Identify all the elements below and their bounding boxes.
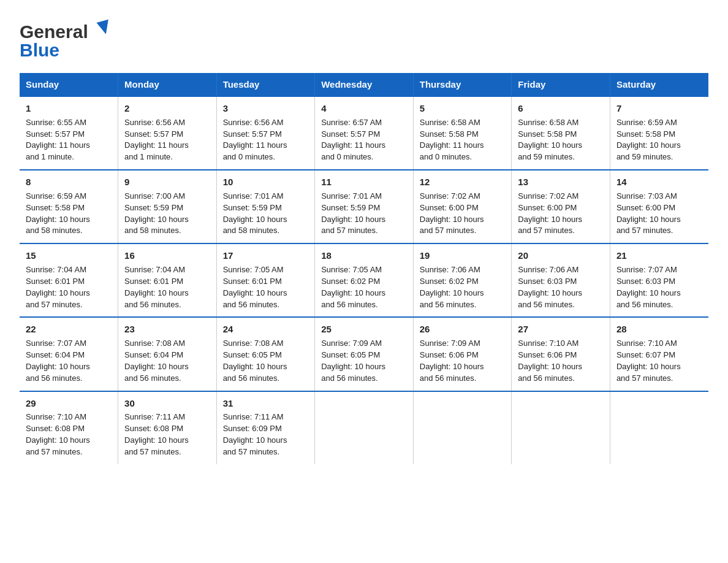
- day-number: 3: [223, 102, 309, 115]
- logo: General Blue: [20, 15, 118, 61]
- calendar-cell: [315, 391, 414, 464]
- day-number: 29: [26, 397, 112, 410]
- day-info: Sunrise: 7:02 AM Sunset: 6:00 PM Dayligh…: [518, 191, 604, 237]
- calendar-cell: 1Sunrise: 6:55 AM Sunset: 5:57 PM Daylig…: [20, 96, 118, 170]
- calendar-cell: [413, 391, 512, 464]
- day-info: Sunrise: 6:58 AM Sunset: 5:58 PM Dayligh…: [518, 117, 604, 163]
- day-info: Sunrise: 7:09 AM Sunset: 6:06 PM Dayligh…: [420, 338, 506, 384]
- calendar-cell: 13Sunrise: 7:02 AM Sunset: 6:00 PM Dayli…: [512, 170, 610, 243]
- day-number: 18: [321, 249, 407, 262]
- day-number: 17: [223, 249, 309, 262]
- calendar-cell: 14Sunrise: 7:03 AM Sunset: 6:00 PM Dayli…: [610, 170, 708, 243]
- day-info: Sunrise: 7:10 AM Sunset: 6:06 PM Dayligh…: [518, 338, 604, 384]
- header-day-wednesday: Wednesday: [315, 73, 414, 96]
- calendar-cell: 4Sunrise: 6:57 AM Sunset: 5:57 PM Daylig…: [315, 96, 414, 170]
- day-info: Sunrise: 7:08 AM Sunset: 6:05 PM Dayligh…: [223, 338, 309, 384]
- calendar-cell: 23Sunrise: 7:08 AM Sunset: 6:04 PM Dayli…: [118, 317, 217, 391]
- day-number: 15: [26, 249, 112, 262]
- week-row-5: 29Sunrise: 7:10 AM Sunset: 6:08 PM Dayli…: [20, 391, 708, 464]
- calendar-body: 1Sunrise: 6:55 AM Sunset: 5:57 PM Daylig…: [20, 96, 708, 464]
- week-row-4: 22Sunrise: 7:07 AM Sunset: 6:04 PM Dayli…: [20, 317, 708, 391]
- day-info: Sunrise: 7:05 AM Sunset: 6:01 PM Dayligh…: [223, 264, 309, 310]
- day-info: Sunrise: 7:03 AM Sunset: 6:00 PM Dayligh…: [616, 191, 702, 237]
- calendar-cell: 20Sunrise: 7:06 AM Sunset: 6:03 PM Dayli…: [512, 243, 610, 317]
- day-number: 22: [26, 323, 112, 336]
- day-info: Sunrise: 7:04 AM Sunset: 6:01 PM Dayligh…: [124, 264, 210, 310]
- day-info: Sunrise: 7:00 AM Sunset: 5:59 PM Dayligh…: [124, 191, 210, 237]
- day-number: 10: [223, 175, 309, 189]
- calendar-cell: 31Sunrise: 7:11 AM Sunset: 6:09 PM Dayli…: [216, 391, 315, 464]
- calendar-cell: 17Sunrise: 7:05 AM Sunset: 6:01 PM Dayli…: [216, 243, 315, 317]
- calendar-cell: 27Sunrise: 7:10 AM Sunset: 6:06 PM Dayli…: [512, 317, 610, 391]
- header-day-tuesday: Tuesday: [216, 73, 315, 96]
- day-info: Sunrise: 7:08 AM Sunset: 6:04 PM Dayligh…: [124, 338, 210, 384]
- calendar-cell: 21Sunrise: 7:07 AM Sunset: 6:03 PM Dayli…: [610, 243, 708, 317]
- day-info: Sunrise: 7:10 AM Sunset: 6:07 PM Dayligh…: [616, 338, 702, 384]
- day-info: Sunrise: 6:59 AM Sunset: 5:58 PM Dayligh…: [26, 191, 112, 237]
- page-header: General Blue: [20, 15, 708, 61]
- day-info: Sunrise: 6:56 AM Sunset: 5:57 PM Dayligh…: [223, 117, 309, 163]
- day-number: 25: [321, 323, 407, 336]
- day-number: 8: [26, 175, 112, 189]
- calendar-cell: 16Sunrise: 7:04 AM Sunset: 6:01 PM Dayli…: [118, 243, 217, 317]
- day-number: 14: [616, 175, 702, 189]
- calendar-cell: 5Sunrise: 6:58 AM Sunset: 5:58 PM Daylig…: [413, 96, 512, 170]
- calendar-cell: 10Sunrise: 7:01 AM Sunset: 5:59 PM Dayli…: [216, 170, 315, 243]
- day-info: Sunrise: 7:11 AM Sunset: 6:08 PM Dayligh…: [124, 412, 210, 458]
- day-info: Sunrise: 7:01 AM Sunset: 5:59 PM Dayligh…: [223, 191, 309, 237]
- header-row: SundayMondayTuesdayWednesdayThursdayFrid…: [20, 73, 708, 96]
- calendar-cell: 8Sunrise: 6:59 AM Sunset: 5:58 PM Daylig…: [20, 170, 118, 243]
- day-number: 2: [124, 102, 210, 115]
- day-number: 13: [518, 175, 604, 189]
- day-number: 7: [616, 102, 702, 115]
- week-row-2: 8Sunrise: 6:59 AM Sunset: 5:58 PM Daylig…: [20, 170, 708, 243]
- calendar-cell: 18Sunrise: 7:05 AM Sunset: 6:02 PM Dayli…: [315, 243, 414, 317]
- day-info: Sunrise: 6:58 AM Sunset: 5:58 PM Dayligh…: [420, 117, 506, 163]
- calendar-cell: 19Sunrise: 7:06 AM Sunset: 6:02 PM Dayli…: [413, 243, 512, 317]
- day-info: Sunrise: 7:09 AM Sunset: 6:05 PM Dayligh…: [321, 338, 407, 384]
- calendar-cell: 25Sunrise: 7:09 AM Sunset: 6:05 PM Dayli…: [315, 317, 414, 391]
- calendar-cell: 26Sunrise: 7:09 AM Sunset: 6:06 PM Dayli…: [413, 317, 512, 391]
- week-row-1: 1Sunrise: 6:55 AM Sunset: 5:57 PM Daylig…: [20, 96, 708, 170]
- day-number: 20: [518, 249, 604, 262]
- svg-marker-1: [96, 20, 112, 36]
- day-info: Sunrise: 7:01 AM Sunset: 5:59 PM Dayligh…: [321, 191, 407, 237]
- svg-text:General: General: [20, 21, 88, 42]
- day-number: 6: [518, 102, 604, 115]
- day-number: 28: [616, 323, 702, 336]
- calendar-cell: 3Sunrise: 6:56 AM Sunset: 5:57 PM Daylig…: [216, 96, 315, 170]
- calendar-cell: 7Sunrise: 6:59 AM Sunset: 5:58 PM Daylig…: [610, 96, 708, 170]
- day-number: 5: [420, 102, 506, 115]
- calendar-cell: 2Sunrise: 6:56 AM Sunset: 5:57 PM Daylig…: [118, 96, 217, 170]
- calendar-cell: 15Sunrise: 7:04 AM Sunset: 6:01 PM Dayli…: [20, 243, 118, 317]
- calendar-cell: 12Sunrise: 7:02 AM Sunset: 6:00 PM Dayli…: [413, 170, 512, 243]
- day-info: Sunrise: 7:02 AM Sunset: 6:00 PM Dayligh…: [420, 191, 506, 237]
- day-info: Sunrise: 7:07 AM Sunset: 6:03 PM Dayligh…: [616, 264, 702, 310]
- calendar-cell: [610, 391, 708, 464]
- day-number: 16: [124, 249, 210, 262]
- day-number: 31: [223, 397, 309, 410]
- calendar-cell: 22Sunrise: 7:07 AM Sunset: 6:04 PM Dayli…: [20, 317, 118, 391]
- week-row-3: 15Sunrise: 7:04 AM Sunset: 6:01 PM Dayli…: [20, 243, 708, 317]
- day-number: 12: [420, 175, 506, 189]
- day-number: 9: [124, 175, 210, 189]
- calendar-cell: 11Sunrise: 7:01 AM Sunset: 5:59 PM Dayli…: [315, 170, 414, 243]
- day-info: Sunrise: 7:11 AM Sunset: 6:09 PM Dayligh…: [223, 412, 309, 458]
- day-number: 11: [321, 175, 407, 189]
- calendar-cell: 29Sunrise: 7:10 AM Sunset: 6:08 PM Dayli…: [20, 391, 118, 464]
- day-number: 30: [124, 397, 210, 410]
- calendar-cell: [512, 391, 610, 464]
- header-day-monday: Monday: [118, 73, 217, 96]
- calendar-cell: 9Sunrise: 7:00 AM Sunset: 5:59 PM Daylig…: [118, 170, 217, 243]
- calendar-cell: 30Sunrise: 7:11 AM Sunset: 6:08 PM Dayli…: [118, 391, 217, 464]
- day-number: 4: [321, 102, 407, 115]
- day-info: Sunrise: 6:57 AM Sunset: 5:57 PM Dayligh…: [321, 117, 407, 163]
- day-info: Sunrise: 7:04 AM Sunset: 6:01 PM Dayligh…: [26, 264, 112, 310]
- day-info: Sunrise: 6:56 AM Sunset: 5:57 PM Dayligh…: [124, 117, 210, 163]
- calendar-table: SundayMondayTuesdayWednesdayThursdayFrid…: [20, 73, 708, 464]
- header-day-thursday: Thursday: [413, 73, 512, 96]
- header-day-friday: Friday: [512, 73, 610, 96]
- day-info: Sunrise: 6:59 AM Sunset: 5:58 PM Dayligh…: [616, 117, 702, 163]
- day-info: Sunrise: 7:06 AM Sunset: 6:03 PM Dayligh…: [518, 264, 604, 310]
- day-info: Sunrise: 7:06 AM Sunset: 6:02 PM Dayligh…: [420, 264, 506, 310]
